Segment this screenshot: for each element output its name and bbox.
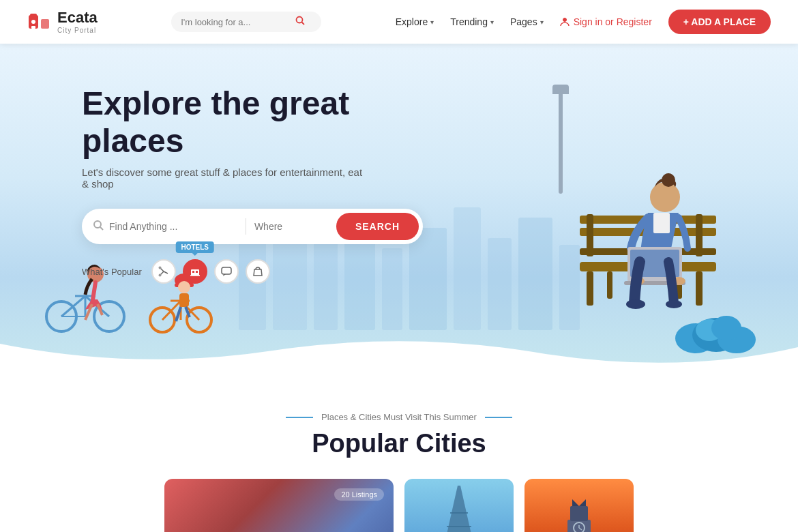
shopping-bag-icon (252, 266, 263, 277)
whats-popular-label: What's Popular (82, 267, 142, 277)
chat-icon-btn[interactable] (214, 259, 239, 284)
svg-rect-87 (570, 506, 588, 521)
signin-link[interactable]: Sign in or Register (560, 16, 652, 27)
eyebrow-line-right (485, 417, 512, 418)
svg-point-60 (626, 299, 645, 309)
svg-rect-39 (179, 293, 189, 307)
chevron-down-icon: ▾ (490, 18, 494, 26)
svg-point-5 (297, 17, 303, 23)
svg-line-23 (85, 296, 109, 316)
explore-nav-link[interactable]: Explore ▾ (396, 16, 434, 27)
hotel-icon (190, 266, 201, 277)
svg-rect-1 (30, 14, 37, 16)
svg-point-30 (150, 308, 175, 332)
whats-popular: What's Popular HOTELS (82, 259, 798, 284)
nav-search-bar (171, 12, 321, 32)
svg-rect-2 (41, 19, 49, 29)
svg-rect-4 (31, 26, 35, 29)
search-icon (93, 220, 104, 233)
svg-point-66 (711, 316, 741, 340)
signin-icon (560, 17, 570, 27)
search-divider (246, 218, 246, 235)
scissors-icon (158, 266, 169, 277)
hero-wave (0, 316, 798, 378)
svg-point-63 (692, 318, 740, 352)
hero-search-button[interactable]: SEARCH (336, 213, 419, 240)
city-listings-badge: 20 Listings (334, 488, 384, 501)
section-eyebrow: Places & Cities Must Visit This Summer (27, 412, 771, 422)
svg-point-62 (675, 323, 716, 353)
eyebrow-line-left (286, 417, 313, 418)
svg-point-3 (31, 20, 35, 24)
svg-point-20 (46, 301, 76, 331)
svg-rect-74 (222, 267, 231, 274)
shopping-icon-btn[interactable] (246, 259, 270, 284)
add-place-button[interactable]: + ADD A PLACE (668, 10, 771, 34)
blue-plants (675, 304, 757, 359)
trending-nav-link[interactable]: Trending ▾ (450, 16, 494, 27)
chat-icon (221, 266, 232, 277)
hero-where-input[interactable] (254, 221, 336, 232)
popular-icons-group: HOTELS (151, 259, 270, 284)
chevron-down-icon: ▾ (430, 18, 434, 26)
nav-links: Explore ▾ Trending ▾ Pages ▾ Sign in or … (396, 10, 771, 34)
cities-grid: 20 Listings Newarak Paris (27, 479, 771, 532)
big-ben-icon (548, 499, 610, 532)
hero-search-bar: SEARCH (82, 209, 423, 244)
chevron-down-icon: ▾ (540, 18, 544, 26)
pages-nav-link[interactable]: Pages ▾ (510, 16, 544, 27)
svg-marker-88 (572, 499, 586, 506)
hero-find-input[interactable] (109, 221, 237, 232)
svg-point-69 (158, 267, 161, 269)
svg-point-61 (666, 300, 682, 308)
logo-name: Ecata (57, 10, 98, 26)
nav-search-input[interactable] (181, 17, 290, 27)
svg-line-40 (176, 307, 181, 321)
city-card-paris[interactable]: Paris (404, 479, 514, 532)
logo-subtitle: City Portal (57, 27, 98, 34)
popular-cities-section: Places & Cities Must Visit This Summer P… (0, 378, 798, 532)
popular-cities-title: Popular Cities (27, 429, 771, 458)
svg-point-70 (158, 274, 161, 277)
hero-section: Explore the great places Let's discover … (0, 44, 798, 378)
eyebrow-text: Places & Cities Must Visit This Summer (321, 412, 477, 422)
svg-point-64 (718, 326, 756, 353)
svg-point-31 (187, 308, 211, 332)
svg-line-32 (162, 301, 181, 320)
hero-content: Explore the great places Let's discover … (0, 85, 798, 284)
search-icon (295, 16, 305, 25)
svg-line-33 (181, 301, 199, 320)
logo[interactable]: Ecata City Portal (27, 10, 98, 34)
svg-rect-73 (196, 271, 198, 273)
city-card-london[interactable]: London (524, 479, 634, 532)
svg-point-21 (94, 301, 124, 331)
nav-search-button[interactable] (295, 16, 305, 28)
eiffel-tower-icon (432, 486, 486, 532)
svg-line-28 (85, 304, 92, 320)
svg-line-22 (61, 296, 85, 316)
svg-line-68 (100, 227, 103, 230)
svg-rect-72 (192, 271, 194, 273)
hotel-icon-btn[interactable]: HOTELS (183, 259, 207, 284)
svg-line-6 (302, 23, 305, 25)
hotel-tooltip: HOTELS (175, 241, 214, 253)
hero-subtitle: Let's discover some great stuff & places… (82, 166, 368, 190)
svg-line-41 (186, 307, 190, 317)
restaurant-icon-btn[interactable] (151, 259, 176, 284)
logo-icon (27, 10, 52, 34)
hero-title: Explore the great places (82, 85, 437, 160)
svg-marker-75 (445, 486, 473, 532)
svg-point-67 (94, 221, 101, 228)
city-card-newark[interactable]: 20 Listings Newarak (164, 479, 394, 532)
svg-point-65 (696, 319, 723, 341)
svg-line-29 (98, 304, 102, 315)
navbar: Ecata City Portal Explore ▾ Trending ▾ P… (0, 0, 798, 44)
logo-text: Ecata City Portal (57, 10, 98, 33)
